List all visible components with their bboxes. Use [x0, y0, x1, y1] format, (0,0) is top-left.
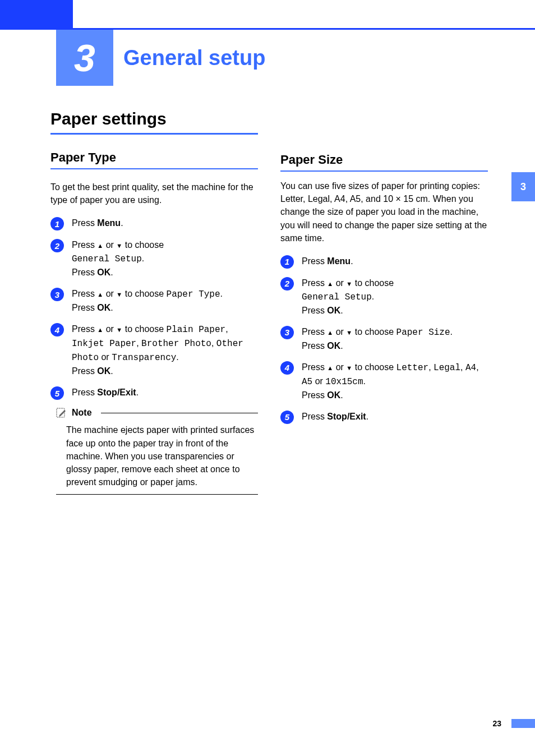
step-text: Press Stop/Exit. — [72, 386, 139, 399]
chapter-number: 3 — [74, 36, 95, 80]
right-column: Paper Size You can use five sizes of pap… — [280, 109, 488, 495]
heading-spacer — [280, 109, 488, 137]
arrow-down-icon — [116, 240, 122, 250]
page-number: 23 — [492, 719, 501, 728]
content-area: Paper settings Paper Type To get the bes… — [50, 109, 488, 495]
arrow-up-icon — [327, 278, 333, 288]
arrow-down-icon — [116, 289, 122, 298]
step-number-icon: 4 — [50, 323, 64, 336]
paper-type-steps: 1 Press Menu. 2 Press or to choose Gener… — [50, 216, 258, 400]
step-4: 4 Press or to choose Letter, Legal, A4, … — [280, 361, 488, 402]
step-5: 5 Press Stop/Exit. — [280, 410, 488, 424]
arrow-up-icon — [327, 362, 333, 372]
step-1: 1 Press Menu. — [50, 216, 258, 231]
arrow-up-icon — [97, 240, 103, 250]
step-text: Press or to choose General Setup. Press … — [302, 276, 394, 317]
subsection-heading-paper-type: Paper Type — [50, 150, 258, 169]
side-tab-number: 3 — [520, 181, 526, 193]
step-text: Press or to choose General Setup. Press … — [72, 238, 164, 279]
step-text: Press Menu. — [72, 216, 123, 230]
arrow-up-icon — [327, 327, 333, 336]
arrow-down-icon — [116, 324, 122, 334]
step-2: 2 Press or to choose General Setup. Pres… — [50, 238, 258, 279]
note-title: Note — [72, 408, 92, 418]
note-header: Note — [56, 408, 258, 418]
section-heading-paper-settings: Paper settings — [50, 109, 258, 135]
paper-size-intro: You can use five sizes of paper for prin… — [280, 179, 488, 245]
step-number-icon: 4 — [280, 361, 294, 375]
paper-type-intro: To get the best print quality, set the m… — [50, 181, 258, 206]
step-number-icon: 3 — [50, 288, 64, 301]
arrow-down-icon — [346, 362, 352, 372]
chapter-title: General setup — [123, 46, 265, 70]
step-3: 3 Press or to choose Paper Type. Press O… — [50, 287, 258, 315]
step-4: 4 Press or to choose Plain Paper, Inkjet… — [50, 322, 258, 378]
step-text: Press or to choose Paper Size. Press OK. — [302, 325, 453, 353]
step-2: 2 Press or to choose General Setup. Pres… — [280, 276, 488, 317]
arrow-up-icon — [97, 289, 103, 298]
note-block: Note The machine ejects paper with print… — [56, 408, 258, 495]
side-chapter-tab: 3 — [511, 172, 535, 201]
step-number-icon: 5 — [50, 386, 64, 400]
step-text: Press or to choose Letter, Legal, A4, A5… — [302, 361, 488, 402]
step-number-icon: 5 — [280, 411, 294, 424]
step-number-icon: 1 — [280, 255, 294, 269]
step-1: 1 Press Menu. — [280, 255, 488, 269]
note-rule — [101, 413, 258, 413]
step-text: Press Stop/Exit. — [302, 410, 368, 423]
step-number-icon: 3 — [280, 326, 294, 339]
arrow-down-icon — [346, 278, 352, 288]
step-5: 5 Press Stop/Exit. — [50, 386, 258, 400]
step-text: Press Menu. — [302, 255, 353, 268]
header-accent-block — [0, 0, 73, 28]
chapter-number-box: 3 — [56, 30, 113, 86]
page-number-accent — [511, 719, 535, 728]
subsection-heading-paper-size: Paper Size — [280, 153, 488, 172]
step-number-icon: 2 — [50, 239, 64, 252]
arrow-down-icon — [346, 327, 352, 336]
paper-size-steps: 1 Press Menu. 2 Press or to choose Gener… — [280, 255, 488, 424]
step-text: Press or to choose Plain Paper, Inkjet P… — [72, 322, 258, 378]
note-body: The machine ejects paper with printed su… — [56, 421, 258, 495]
step-3: 3 Press or to choose Paper Size. Press O… — [280, 325, 488, 353]
step-text: Press or to choose Paper Type. Press OK. — [72, 287, 223, 315]
step-number-icon: 1 — [50, 217, 64, 231]
left-column: Paper settings Paper Type To get the bes… — [50, 109, 258, 495]
arrow-up-icon — [97, 324, 103, 334]
step-number-icon: 2 — [280, 277, 294, 291]
note-pencil-icon — [56, 408, 67, 418]
